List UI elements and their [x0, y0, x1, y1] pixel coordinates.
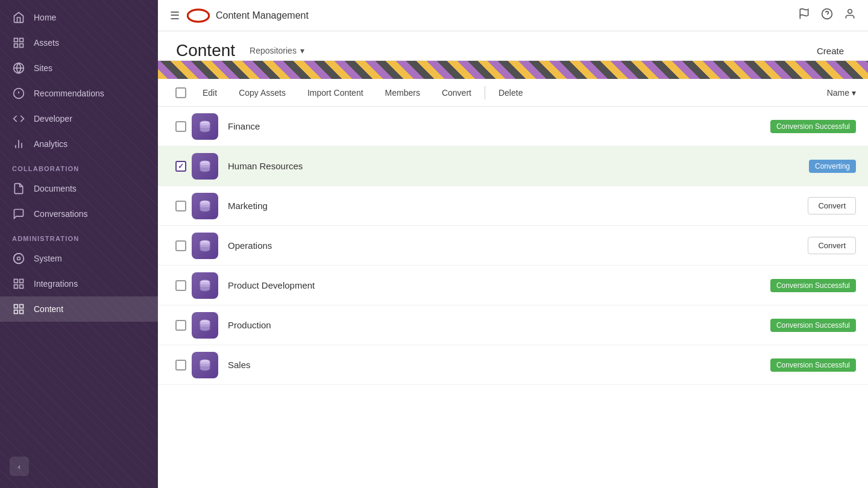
- row-checkbox[interactable]: [170, 240, 192, 251]
- topbar-title: Content Management: [216, 10, 309, 21]
- profile-icon[interactable]: [844, 8, 856, 23]
- select-all-checkbox[interactable]: [175, 87, 186, 98]
- table-row[interactable]: MarketingConvert: [158, 186, 868, 226]
- sidebar-item-documents[interactable]: Documents: [0, 176, 158, 201]
- status-badge: Conversion Successful: [770, 120, 856, 133]
- content-header: Content Repositories ▾ Create: [158, 31, 868, 61]
- row-checkbox[interactable]: [170, 121, 192, 132]
- integrations-icon: [12, 277, 25, 290]
- topbar: ☰ Content Management: [158, 0, 868, 31]
- svg-rect-18: [14, 305, 18, 308]
- table-row[interactable]: OperationsConvert: [158, 226, 868, 266]
- sidebar-item-recommendations-label: Recommendations: [34, 89, 104, 98]
- sidebar-item-analytics[interactable]: Analytics: [0, 131, 158, 157]
- sidebar-item-sites[interactable]: Sites: [0, 55, 158, 81]
- administration-section-label: ADMINISTRATION: [0, 227, 158, 246]
- members-button[interactable]: Members: [374, 79, 431, 107]
- toolbar-convert-button[interactable]: Convert: [431, 79, 482, 107]
- sidebar-item-developer[interactable]: Developer: [0, 106, 158, 131]
- table-row[interactable]: FinanceConversion Successful: [158, 107, 868, 146]
- sort-icon: ▾: [852, 88, 856, 98]
- row-name: Human Resources: [228, 161, 809, 171]
- row-checkbox[interactable]: [170, 320, 192, 331]
- table-row[interactable]: SalesConversion Successful: [158, 345, 868, 385]
- sidebar-item-sites-label: Sites: [34, 63, 52, 73]
- svg-rect-20: [20, 310, 24, 314]
- checkbox[interactable]: [175, 201, 186, 211]
- sidebar-item-home[interactable]: Home: [0, 5, 158, 30]
- sidebar-item-assets[interactable]: Assets: [0, 30, 158, 55]
- row-checkbox[interactable]: [170, 280, 192, 291]
- repositories-label: Repositories: [250, 46, 297, 55]
- sidebar-item-system[interactable]: System: [0, 246, 158, 271]
- status-badge: Conversion Successful: [770, 358, 856, 372]
- status-badge: Conversion Successful: [770, 279, 856, 292]
- row-name: Marketing: [228, 201, 808, 211]
- chevron-down-icon: ▾: [300, 46, 304, 55]
- svg-rect-1: [20, 39, 24, 42]
- assets-icon: [12, 36, 25, 49]
- sidebar-item-content-label: Content: [34, 304, 63, 314]
- toolbar-select-all-checkbox[interactable]: [170, 87, 192, 98]
- svg-rect-15: [20, 280, 24, 283]
- svg-point-13: [14, 254, 24, 264]
- sidebar-item-home-label: Home: [34, 13, 56, 22]
- brand-logo: [187, 7, 210, 24]
- content-icon: [12, 302, 25, 316]
- menu-icon[interactable]: ☰: [170, 9, 180, 22]
- sidebar-item-content[interactable]: Content: [0, 296, 158, 322]
- table-row[interactable]: ProductionConversion Successful: [158, 305, 868, 345]
- checkbox[interactable]: [175, 320, 186, 331]
- sidebar-item-conversations[interactable]: Conversations: [0, 201, 158, 227]
- checkbox[interactable]: [175, 121, 186, 132]
- svg-point-12: [17, 257, 20, 260]
- row-name: Production: [228, 320, 770, 330]
- checkbox[interactable]: [175, 280, 186, 291]
- database-icon: [192, 352, 218, 378]
- edit-button[interactable]: Edit: [192, 79, 228, 107]
- flag-icon[interactable]: [798, 8, 810, 23]
- sidebar-item-integrations[interactable]: Integrations: [0, 271, 158, 296]
- sidebar-item-recommendations[interactable]: Recommendations: [0, 81, 158, 106]
- sidebar-item-analytics-label: Analytics: [34, 139, 68, 149]
- sites-icon: [12, 61, 25, 75]
- help-icon[interactable]: [821, 8, 833, 23]
- checkbox[interactable]: [175, 360, 186, 371]
- row-checkbox[interactable]: [170, 360, 192, 371]
- svg-rect-0: [14, 39, 18, 42]
- row-checkbox[interactable]: [170, 201, 192, 211]
- collaboration-section-label: COLLABORATION: [0, 157, 158, 176]
- table-row[interactable]: Human ResourcesConverting: [158, 146, 868, 186]
- sidebar-nav: Home Assets Sites Recommendations Develo: [0, 0, 158, 488]
- row-name: Finance: [228, 121, 770, 131]
- sidebar-item-system-label: System: [34, 254, 62, 263]
- row-name: Product Development: [228, 280, 770, 290]
- database-icon: [192, 153, 218, 180]
- checkbox[interactable]: [175, 161, 186, 172]
- developer-icon: [12, 112, 25, 125]
- sidebar: Home Assets Sites Recommendations Develo: [0, 0, 158, 488]
- delete-button[interactable]: Delete: [488, 79, 533, 107]
- sidebar-item-assets-label: Assets: [34, 38, 59, 48]
- svg-rect-3: [14, 44, 18, 48]
- checkbox[interactable]: [175, 240, 186, 251]
- sort-name-button[interactable]: Name ▾: [827, 88, 856, 98]
- svg-rect-14: [14, 280, 18, 283]
- convert-button[interactable]: Convert: [808, 197, 856, 214]
- row-checkbox[interactable]: [170, 161, 192, 172]
- convert-button[interactable]: Convert: [808, 237, 856, 254]
- database-icon: [192, 233, 218, 259]
- page-title: Content: [176, 41, 235, 60]
- sidebar-item-conversations-label: Conversations: [34, 209, 88, 219]
- create-button[interactable]: Create: [811, 42, 850, 60]
- repositories-dropdown[interactable]: Repositories ▾: [245, 43, 309, 58]
- sidebar-item-documents-label: Documents: [34, 184, 77, 193]
- svg-rect-2: [20, 44, 24, 48]
- copy-assets-button[interactable]: Copy Assets: [228, 79, 297, 107]
- import-content-button[interactable]: Import Content: [297, 79, 374, 107]
- system-icon: [12, 252, 25, 265]
- table-row[interactable]: Product DevelopmentConversion Successful: [158, 266, 868, 305]
- svg-point-26: [848, 10, 852, 14]
- home-icon: [12, 11, 25, 24]
- sidebar-collapse-button[interactable]: ‹: [10, 457, 29, 476]
